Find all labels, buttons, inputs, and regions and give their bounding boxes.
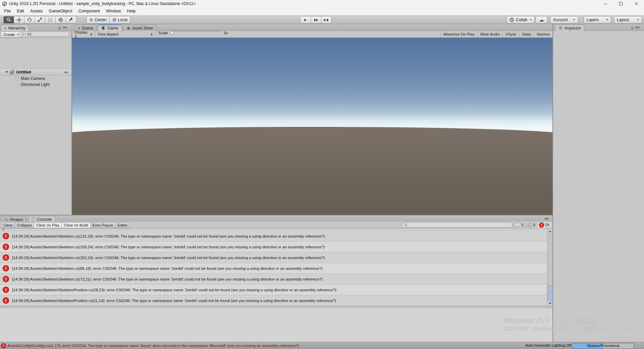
- hierarchy-item[interactable]: Main Camera: [0, 76, 71, 82]
- console-log-row[interactable]: [14:39:29] Assets\Skeleton\Skeleton.cs(7…: [0, 274, 547, 285]
- gameobject-cube-icon: [15, 83, 19, 87]
- chevron-down-icon: [573, 19, 575, 20]
- tab-game[interactable]: Game: [98, 24, 122, 31]
- scale-tool-button[interactable]: [35, 16, 45, 23]
- create-button[interactable]: Create: [1, 32, 21, 38]
- rect-tool-button[interactable]: [45, 16, 56, 23]
- tab-inspector[interactable]: Inspector: [555, 24, 584, 31]
- play-button[interactable]: ▶: [300, 16, 311, 23]
- menu-item[interactable]: Component: [75, 7, 103, 15]
- hierarchy-game-divider[interactable]: [71, 31, 72, 215]
- scene-header-row[interactable]: Untitled ▾≡: [0, 69, 71, 76]
- hierarchy-item-label: Directional Light: [21, 82, 50, 87]
- console-log-row[interactable]: [14:39:29] Assets\Skeleton\Skeleton.cs(1…: [0, 231, 547, 242]
- move-tool-button[interactable]: [14, 16, 24, 23]
- layout-button[interactable]: Layout: [614, 16, 642, 23]
- status-bar[interactable]: Assets\Config\Configs.cs(1,17): error CS…: [0, 342, 644, 349]
- console-toolbar-button[interactable]: Error Pause: [91, 222, 115, 228]
- console-toolbar-button[interactable]: Clear on Play: [34, 222, 62, 228]
- console-toolbar: Clear Collapse Clear on Play Clear on Bu…: [0, 221, 552, 229]
- game-toolbar-button[interactable]: Maximize On Play: [440, 31, 477, 38]
- display-dropdown[interactable]: Display 1: [72, 31, 95, 38]
- hierarchy-search-input[interactable]: All: [19, 32, 70, 37]
- collab-button[interactable]: ✓ Collab: [506, 16, 535, 23]
- tab-asset-store[interactable]: Asset Store: [123, 24, 156, 31]
- scale-icon: [37, 17, 43, 22]
- inspector-pane-menu[interactable]: ▾≡: [636, 26, 640, 29]
- menu-item[interactable]: Assets: [27, 7, 46, 15]
- rotation-label: Local: [118, 17, 127, 22]
- game-ground: [72, 127, 552, 215]
- error-count-badge[interactable]: 29: [537, 222, 551, 228]
- menu-item[interactable]: File: [1, 7, 14, 15]
- game-toolbar-button[interactable]: VSync: [502, 31, 519, 38]
- tab-console-label: Console: [37, 217, 52, 222]
- menu-item[interactable]: Help: [124, 7, 139, 15]
- hierarchy-lock-icon[interactable]: [58, 26, 62, 31]
- foldout-arrow-icon[interactable]: [5, 71, 8, 73]
- console-log-row[interactable]: [14:39:29] Assets\Skeleton\Skeleton.cs(1…: [0, 252, 547, 263]
- game-icon: [101, 26, 106, 30]
- scale-slider-knob[interactable]: [170, 31, 174, 35]
- account-button[interactable]: Account: [550, 16, 578, 23]
- console-log-row[interactable]: [14:39:29] Assets\Skeleton\Skeleton.cs(1…: [0, 242, 547, 252]
- scale-slider-track[interactable]: [174, 31, 221, 31]
- cloud-button[interactable]: ☁: [536, 16, 547, 23]
- rotate-tool-button[interactable]: [24, 16, 35, 23]
- console-log-row[interactable]: [14:39:29] Assets\Skeleton\SkeletonPosit…: [0, 285, 547, 295]
- game-viewport[interactable]: [72, 38, 552, 215]
- window-title: Unity 2019.1.2f1 Personal - Untitled - s…: [9, 1, 196, 6]
- minimize-button[interactable]: [598, 0, 613, 7]
- game-toolbar-button[interactable]: Mute Audio: [477, 31, 502, 38]
- console-toolbar-button[interactable]: Clear on Build: [62, 222, 90, 228]
- console-pane-menu[interactable]: ▾≡: [545, 217, 549, 220]
- info-count-badge[interactable]: 1: [513, 222, 525, 228]
- inspector-panel: [553, 31, 644, 342]
- move-icon: [16, 17, 22, 22]
- console-log-row[interactable]: [14:39:29] Assets\Skeleton\SkeletonPosit…: [0, 295, 547, 306]
- warning-count: 0: [533, 223, 535, 227]
- console-search-input[interactable]: [402, 222, 513, 228]
- custom-tool-button[interactable]: [66, 16, 76, 23]
- menu-item[interactable]: Edit: [14, 7, 27, 15]
- pause-button[interactable]: ▮▮: [311, 16, 321, 23]
- pivot-mode-button[interactable]: Center: [86, 16, 110, 23]
- aspect-dropdown[interactable]: Free Aspect: [95, 31, 156, 38]
- console-log-text: [14:39:29] Assets\Skeleton\Skeleton.cs(1…: [12, 245, 325, 249]
- warning-count-badge[interactable]: 0: [525, 222, 537, 228]
- game-toolbar-button[interactable]: Gizmos: [534, 31, 552, 38]
- error-icon: [539, 222, 544, 228]
- console-log-row[interactable]: [14:39:29] Assets\Skeleton\Skeleton.cs(8…: [0, 263, 547, 274]
- inspector-lock-icon[interactable]: [630, 26, 634, 31]
- tab-hierarchy[interactable]: ≡ Hierarchy: [1, 24, 29, 31]
- pivot-icon: [89, 18, 93, 22]
- hierarchy-pane-menu[interactable]: ▾≡: [63, 26, 67, 29]
- scroll-up-arrow[interactable]: [547, 229, 552, 234]
- console-toolbar-button[interactable]: Editor: [115, 222, 130, 228]
- console-toolbar-button[interactable]: Collapse: [15, 222, 34, 228]
- console-log-text: [14:39:29] Assets\Skeleton\SkeletonPosit…: [12, 299, 336, 303]
- step-button[interactable]: ▶▮: [321, 16, 332, 23]
- search-icon: [404, 223, 408, 227]
- chevron-down-icon: [17, 34, 19, 35]
- view-tool-button[interactable]: [3, 16, 14, 23]
- console-toolbar-button[interactable]: Clear: [1, 222, 15, 228]
- console-log-text: [14:39:29] Assets\Skeleton\Skeleton.cs(1…: [12, 256, 325, 260]
- game-toolbar-button[interactable]: Stats: [519, 31, 534, 38]
- scene-pane-menu[interactable]: ▾≡: [64, 70, 69, 74]
- close-button[interactable]: [629, 0, 644, 7]
- auto-generate-lighting-label[interactable]: Auto Generate Lighting Off: [525, 343, 571, 347]
- rotation-mode-button[interactable]: Local: [110, 16, 130, 23]
- layers-button[interactable]: Layers: [584, 16, 611, 23]
- scroll-down-arrow[interactable]: [547, 301, 552, 306]
- console-tab-strip: Project Console ▾≡: [0, 215, 552, 222]
- scene-icon: #: [78, 26, 80, 31]
- console-scrollbar[interactable]: [547, 229, 552, 306]
- scrollbar-thumb[interactable]: [548, 285, 553, 302]
- console-buttons: Clear Collapse Clear on Play Clear on Bu…: [1, 222, 130, 228]
- transform-tool-button[interactable]: [56, 16, 66, 23]
- maximize-button[interactable]: [613, 0, 629, 7]
- menu-item[interactable]: GameObject: [46, 7, 75, 15]
- hierarchy-item[interactable]: Directional Light: [0, 82, 71, 88]
- menu-item[interactable]: Window: [103, 7, 124, 15]
